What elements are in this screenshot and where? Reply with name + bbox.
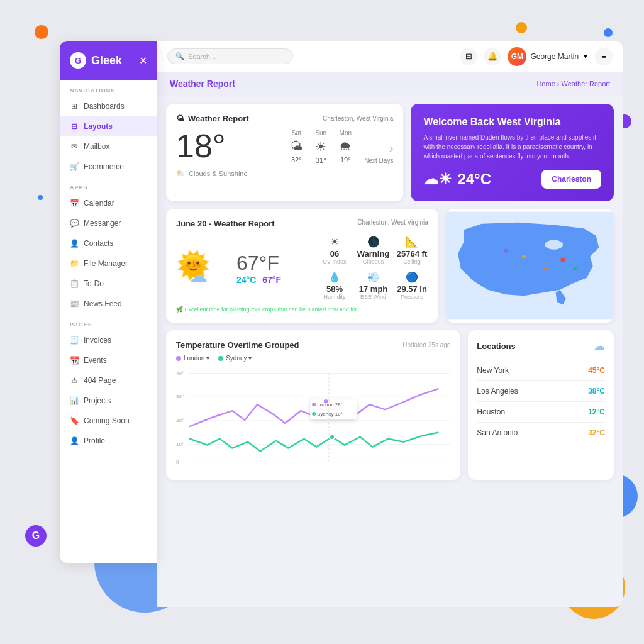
chart-header: Temperature Overtime Grouped Updated 25s… [176,340,450,350]
messenger-icon: 💬 [70,219,79,228]
sidebar-item-mailbox[interactable]: ✉Mailbox [60,136,157,157]
sidebar-header: G Gleek ✕ [60,41,157,80]
svg-text:09:00: 09:00 [252,466,264,467]
detail-location: Charleston, West Virginia [357,219,428,228]
detail-title: June 20 - Weather Report [176,219,275,228]
chart-card: Temperature Overtime Grouped Updated 25s… [166,330,460,480]
svg-point-5 [573,267,577,270]
weather-day-sat: Sat 🌤 32° [290,130,303,164]
sidebar-item-ecommerce[interactable]: 🛒Ecommerce [60,157,157,177]
contacts-icon: 👤 [70,239,79,248]
deco-circle-yellow-top [516,22,527,33]
search-icon: 🔍 [175,52,184,60]
sidebar-item-invoices[interactable]: 🧾Invoices [60,330,157,350]
search-box[interactable]: 🔍 Search... [167,48,293,64]
sidebar-nav: NAVIGATIONS⊞Dashboards⊟Layouts✉Mailbox🛒E… [60,80,157,451]
sidebar-label-dashboards: Dashboards [84,102,125,111]
svg-point-28 [312,412,316,416]
legend-sydney[interactable]: Sydney ▾ [218,355,252,362]
sidebar-item-layouts[interactable]: ⊟Layouts [60,116,157,136]
temperature-chart: 40° 30° 20° 10° 0 14 Jun 08:00 09:00 10:… [176,367,450,467]
sidebar: G Gleek ✕ NAVIGATIONS⊞Dashboards⊟Layouts… [60,41,157,563]
sidebar-item-dashboards[interactable]: ⊞Dashboards [60,96,157,116]
detail-icon-area: 🌞 ☁ [176,249,226,287]
svg-point-6 [504,249,508,253]
next-days-btn[interactable]: › Next Days [364,130,393,164]
svg-text:12:00: 12:00 [346,466,357,467]
weather-card-header: 🌤 Weather Report Charleston, West Virgin… [176,114,393,123]
locations-title: Locations [477,341,515,351]
weather-days: Sat 🌤 32° Sun ☀ 31° Mon 🌧 19° [290,130,393,164]
chevron-down-icon: ▼ [582,53,589,60]
coming-soon-icon: 🔖 [70,416,79,425]
sidebar-label-calendar: Calendar [84,199,114,208]
weather-temp-big: 18° [176,130,226,162]
stat-humidity: 💧 58% Humidity [318,271,351,300]
deco-circle-orange-left [35,25,48,39]
svg-point-3 [543,267,547,270]
chart-title: Temperature Overtime Grouped [176,340,299,350]
location-row-la: Los Angeles 38°C [477,381,605,402]
sidebar-label-todo: To-Do [84,279,104,288]
detail-weather-card: June 20 - Weather Report Charleston, Wes… [166,209,438,323]
bell-icon[interactable]: 🔔 [484,48,501,65]
legend-london[interactable]: London ▾ [176,355,209,362]
sidebar-item-contacts[interactable]: 👤Contacts [60,233,157,253]
sidebar-item-messenger[interactable]: 💬Messanger [60,213,157,233]
welcome-temp: ☁☀ 24°C [423,170,491,188]
sidebar-section-pages: PAGES [60,314,157,330]
sidebar-item-calendar[interactable]: 📅Calendar [60,193,157,213]
weather-location: Charleston, West Virginia [323,115,393,122]
legend-london-dot [176,356,181,361]
sidebar-item-events[interactable]: 📆Events [60,350,157,370]
stat-wind: 💨 17 mph ESE Wind [357,271,390,300]
sidebar-label-file-manager: File Manager [84,259,128,268]
sidebar-item-file-manager[interactable]: 📁File Manager [60,253,157,274]
svg-text:0: 0 [176,459,179,465]
svg-text:Sydney 10°: Sydney 10° [317,411,343,417]
news-feed-icon: 📰 [70,299,79,308]
middle-row: June 20 - Weather Report Charleston, Wes… [166,209,614,323]
sidebar-label-mailbox: Mailbox [84,142,109,151]
legend-sydney-dot [218,356,223,361]
chart-updated: Updated 25s ago [402,341,450,348]
map-card [446,209,614,323]
welcome-card: Welcome Back West Virginia A small river… [411,104,614,201]
stat-uv: ☀ 06 UV Index [318,236,351,265]
page-title: Weather Report [170,79,235,89]
sidebar-label-news-feed: News Feed [84,299,122,308]
sidebar-label-contacts: Contacts [84,239,113,248]
svg-point-4 [522,255,526,258]
sidebar-label-layouts: Layouts [84,122,113,131]
sidebar-item-projects[interactable]: 📊Projects [60,391,157,411]
sidebar-section-apps: APPS [60,177,157,193]
sidebar-item-coming-soon[interactable]: 🔖Coming Soon [60,411,157,431]
logo-text: Gleek [91,54,122,67]
svg-point-1 [545,240,563,249]
layouts-icon: ⊟ [70,122,79,131]
sidebar-item-news-feed[interactable]: 📰News Feed [60,294,157,314]
sidebar-label-ecommerce: Ecommerce [84,162,124,171]
svg-point-30 [323,399,328,404]
sidebar-item-404[interactable]: ⚠404 Page [60,370,157,391]
deco-circle-blue-top [604,28,613,37]
charleston-button[interactable]: Charleston [541,170,601,189]
bottom-row: Temperature Overtime Grouped Updated 25s… [166,330,614,480]
grid-icon[interactable]: ⊞ [460,48,477,65]
svg-text:30°: 30° [176,394,184,399]
todo-icon: 📋 [70,279,79,288]
svg-text:08:00: 08:00 [221,466,232,467]
svg-text:02:00: 02:00 [408,466,419,467]
sidebar-item-todo[interactable]: 📋To-Do [60,274,157,294]
sidebar-label-projects: Projects [84,396,111,405]
detail-temp-f: 67°F [236,252,281,275]
svg-text:10°: 10° [176,441,184,447]
svg-text:20°: 20° [176,418,184,423]
sidebar-close-icon[interactable]: ✕ [139,55,147,67]
sidebar-item-profile[interactable]: 👤Profile [60,431,157,451]
user-info[interactable]: GM George Martin ▼ [508,47,589,66]
weather-card-title: 🌤 Weather Report [176,114,249,123]
user-name: George Martin [530,52,579,61]
menu-icon[interactable]: ≡ [595,48,613,65]
ecommerce-icon: 🛒 [70,162,79,171]
